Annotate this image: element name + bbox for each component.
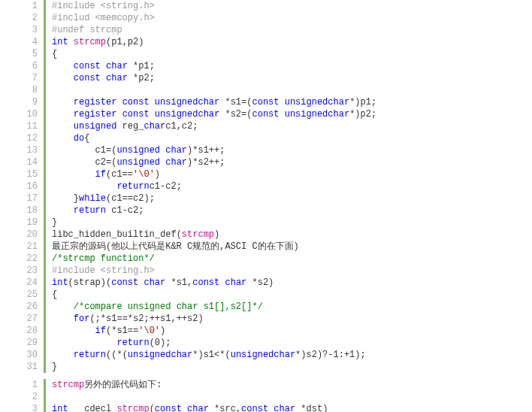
line-number: 2 (0, 12, 38, 24)
line-number: 8 (0, 84, 38, 96)
code-token: c1,c2; (165, 121, 198, 132)
code-line: libc_hidden_builtin_def(strcmp) (52, 229, 532, 241)
code-token: char (171, 350, 192, 360)
code-token: char (144, 121, 165, 132)
code-token (52, 169, 95, 180)
code-token: __cdecl (68, 404, 117, 412)
code-token: } (52, 362, 57, 372)
code-token: unsigned (155, 109, 198, 120)
code-token: )*s1++; (187, 145, 225, 156)
line-number: 5 (0, 48, 38, 60)
code-area: strcmp另外的源代码如下: int __cdecl strcmp(const… (46, 379, 532, 412)
code-token: const (74, 73, 101, 83)
code-line: int strcmp(p1,p2) (52, 36, 532, 48)
line-number: 4 (0, 36, 38, 48)
code-token: )*s2++; (187, 157, 225, 168)
code-token: strcmp (116, 404, 149, 412)
code-token: /*strcmp function*/ (52, 253, 155, 264)
code-token: int (52, 277, 68, 288)
code-token: const (111, 277, 138, 288)
code-token: c1-c2; (150, 181, 182, 192)
code-token: for (74, 314, 90, 324)
code-token: } (52, 217, 57, 228)
code-token: return (74, 205, 106, 216)
code-line: strcmp另外的源代码如下: (52, 379, 532, 391)
code-token: unsigned (231, 350, 274, 360)
code-token: 最正宗的源码(他以上代码是K&R C规范的,ASCI C的在下面) (52, 241, 299, 252)
code-token: int (52, 404, 68, 412)
code-token: char (165, 145, 187, 156)
code-token: char (274, 350, 295, 360)
line-number: 12 (0, 132, 38, 144)
line-number: 1 (0, 0, 38, 12)
code-token: unsigned (285, 97, 328, 108)
code-token (52, 301, 74, 312)
code-token: unsigned (116, 145, 160, 156)
code-block-1: 1234567891011121314151617181920212223242… (0, 0, 532, 373)
code-token (52, 314, 74, 324)
line-number: 23 (0, 265, 38, 277)
code-line: c2=(unsigned char)*s2++; (52, 156, 532, 168)
code-token: return (74, 350, 106, 360)
code-token: char (106, 73, 128, 83)
line-number: 21 (0, 241, 38, 253)
code-token: strcmp (74, 37, 106, 47)
line-number: 30 (0, 349, 38, 361)
code-area: #include <string.h>#includ <memcopy.h>#u… (46, 0, 532, 373)
line-number: 11 (0, 120, 38, 132)
line-number: 17 (0, 192, 38, 204)
code-token: if (95, 326, 106, 336)
code-token: char (328, 109, 349, 120)
code-token: #include <string.h> (52, 265, 155, 276)
code-token: unsigned (116, 157, 160, 168)
code-token: '\0' (133, 169, 155, 180)
code-line: #include <string.h> (52, 0, 532, 12)
code-token (280, 109, 285, 120)
code-token (68, 37, 74, 47)
code-line: int __cdecl strcmp(const char *src,const… (52, 403, 532, 412)
code-token: ) (155, 169, 160, 180)
line-number: 27 (0, 313, 38, 325)
code-token: ) (160, 326, 165, 336)
code-token: *)p1; (349, 97, 376, 108)
code-token: ) (214, 229, 219, 240)
code-token (52, 133, 74, 144)
code-line: c1=(unsigned char)*s1++; (52, 144, 532, 156)
code-token: char (165, 157, 187, 168)
code-token: unsigned (155, 97, 198, 108)
code-token: *)s1<*( (192, 350, 230, 360)
code-token: c2=( (52, 157, 116, 168)
code-line: return c1-c2; (52, 204, 532, 217)
code-line: const char *p2; (52, 72, 532, 84)
code-token: *s1=( (219, 97, 252, 108)
code-token: *src, (209, 404, 241, 412)
code-token: (c1== (106, 169, 133, 180)
code-token: int (52, 37, 68, 47)
code-token: { (52, 289, 57, 300)
code-token (182, 404, 187, 412)
code-token: char (274, 404, 295, 412)
code-token: { (84, 133, 89, 144)
code-token: const (252, 109, 279, 120)
code-token: (c1==c2); (106, 193, 155, 204)
code-token (101, 61, 106, 71)
code-line: } (52, 217, 532, 229)
code-token: char (328, 97, 349, 108)
code-token: while (79, 193, 106, 204)
code-line: returnc1-c2; (52, 180, 532, 192)
line-number: 6 (0, 60, 38, 72)
line-number: 7 (0, 72, 38, 84)
code-line: 最正宗的源码(他以上代码是K&R C规范的,ASCI C的在下面) (52, 241, 532, 253)
line-number: 24 (0, 277, 38, 289)
code-token (52, 73, 74, 83)
line-number: 19 (0, 217, 38, 229)
line-number: 22 (0, 253, 38, 265)
code-token: char (144, 277, 165, 288)
code-line: #includ <memcopy.h> (52, 12, 532, 24)
code-line: /*strcmp function*/ (52, 253, 532, 265)
code-line: return((*(unsignedchar*)s1<*(unsignedcha… (52, 349, 532, 361)
code-token: (*s1== (106, 326, 138, 336)
line-number: 29 (0, 337, 38, 349)
code-token: unsigned (74, 121, 117, 132)
code-token: *s2) (246, 277, 274, 288)
